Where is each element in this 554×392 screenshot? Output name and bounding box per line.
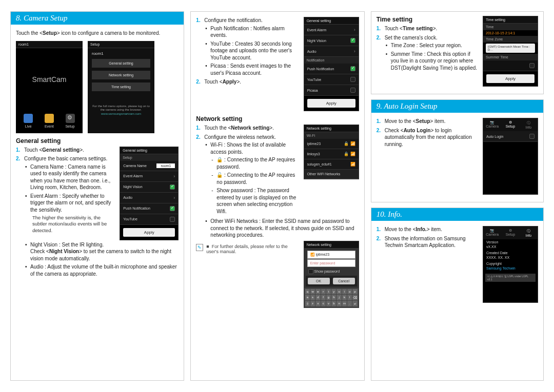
note-row: ✎ ■ For further details, please refer to… — [196, 244, 299, 254]
screenshot-general-setting: General setting Setup Camera Nameroom1 E… — [120, 147, 179, 240]
info-version-value: vX.XX — [483, 245, 538, 250]
screenshot-wifi-list: Network setting Wi-Fi iptime23🔒 📶 linksy… — [304, 125, 359, 179]
setup-item-network[interactable]: Network setting — [92, 71, 150, 79]
wifi-other-row[interactable]: Other WiFi Networks — [304, 170, 359, 179]
bullet-other-wifi: Other WiFi Networks : Enter the SSID nam… — [204, 218, 359, 239]
network-setting-heading: Network setting — [196, 115, 359, 122]
notif-audio-row[interactable]: Audio› — [304, 46, 359, 57]
notif-youtube-row[interactable]: YouTube — [304, 74, 359, 85]
column-1: 8. Camera Setup Touch the <Setup> icon t… — [10, 11, 184, 381]
apply-button[interactable]: Apply — [123, 228, 175, 237]
summer-checkbox[interactable] — [529, 63, 535, 68]
notif-push-row[interactable]: Push Notification — [304, 64, 359, 74]
apply-button[interactable]: Apply — [486, 74, 535, 83]
ssid-field[interactable]: 📶 iptime23 — [307, 251, 355, 259]
tab-setup[interactable]: ⚙Setup — [501, 226, 519, 239]
tab-info[interactable]: ⓘInfo — [520, 118, 538, 131]
auto-login-row[interactable]: Auto Login — [483, 131, 538, 142]
column-3: Time setting Touch <Time setting>. Set t… — [371, 11, 544, 381]
tab-camera[interactable]: 📷Camera — [483, 118, 501, 131]
tab-info[interactable]: ⓘInfo — [520, 226, 538, 239]
notif-event-alarm-row[interactable]: Event Alarm› — [304, 25, 359, 35]
info-created-value: XXXX. XX. XX — [483, 256, 538, 261]
gs-audio-row[interactable]: Audio› — [120, 193, 178, 203]
screenshot-setup-menu: Setup room1 General setting Network sett… — [88, 41, 154, 133]
checkbox-on-icon[interactable] — [350, 38, 355, 43]
general-step-2: Configure the basic camera settings. Cam… — [16, 155, 115, 234]
section-10-title: 10. Info. — [371, 208, 543, 221]
bullet-summer: Summer Time : Check this option if you l… — [385, 51, 479, 72]
notif-picasa-row[interactable]: Picasa — [304, 85, 359, 96]
checkbox-off-icon[interactable] — [350, 77, 355, 82]
general-step-1: Touch <General setting>. — [16, 147, 115, 154]
bullet-push: Push Notification : Notifies alarm event… — [204, 25, 299, 39]
ok-button[interactable]: OK — [308, 278, 330, 284]
info-created-label: Created Date — [483, 250, 538, 256]
gs-push-row[interactable]: Push Notification — [120, 203, 178, 214]
show-password-checkbox[interactable] — [308, 269, 313, 274]
section-8-intro: Touch the <Setup> icon to configure a ca… — [16, 30, 179, 37]
camera-icon — [24, 114, 33, 123]
info-step-2: Shows the information on Samsung Techwin… — [377, 235, 479, 249]
checkbox-off-icon[interactable] — [350, 88, 355, 93]
tab-setup[interactable]: ⚙Setup — [501, 118, 519, 131]
ts-tz-label: Time Zone — [483, 36, 538, 43]
screenshot-auto-login: 📷Camera ⚙Setup ⓘInfo Auto Login — [483, 118, 538, 195]
home-room-label: room1 — [16, 41, 83, 48]
manual-page: 8. Camera Setup Touch the <Setup> icon t… — [0, 0, 554, 392]
screenshot-time-setting: Time setting Time 2012-10-15 2:14:1 Time… — [483, 16, 538, 87]
gs-header: General setting — [120, 147, 178, 154]
bullet-wifi: Wi-Fi : Shows the list of available acce… — [204, 141, 299, 215]
ts-header: Time setting — [483, 16, 538, 24]
wifi-header: Network setting — [304, 125, 359, 132]
time-setting-heading: Time setting — [377, 16, 479, 23]
note-icon: ✎ — [196, 244, 203, 251]
keyboard[interactable]: qwertyuiop asdfghjkl⌫ ⇧zxcvbnm.↵ — [304, 288, 359, 307]
gs-event-alarm-row[interactable]: Event Alarm› — [120, 171, 178, 182]
time-setting-box: Time setting Touch <Time setting>. Set t… — [371, 11, 544, 94]
home-tab-live[interactable]: Live — [24, 114, 33, 128]
info-footer: 이 소프트웨어 및 LGPL under LGPL v2.1 — [485, 274, 536, 282]
cancel-button[interactable]: Cancel — [333, 278, 355, 284]
column-2: Configure the notification. Push Notific… — [190, 11, 364, 381]
apply-button[interactable]: Apply — [307, 99, 355, 108]
time-step-2: Set the camera's clock. Time Zone : Sele… — [377, 34, 479, 72]
timezone-select[interactable]: (GMT) Greenwich Mean Time : D… — [486, 44, 535, 53]
checkbox-on-icon[interactable] — [170, 206, 175, 211]
gs-night-vision-row[interactable]: Night Vision — [120, 182, 178, 193]
section-9-title: 9. Auto Login Setup — [371, 100, 543, 113]
ts-time-label: Time — [483, 24, 538, 30]
setup-item-time[interactable]: Time setting — [92, 82, 150, 91]
checkbox-on-icon[interactable] — [350, 66, 355, 71]
bullet-youtube: YouTube : Creates 30 seconds long footag… — [204, 40, 299, 61]
screenshot-notification: General setting Event Alarm› Night Visio… — [304, 17, 359, 111]
screenshot-info: 📷Camera ⚙Setup ⓘInfo Version vX.XX Creat… — [483, 226, 538, 303]
checkbox-off-icon[interactable] — [170, 217, 175, 222]
password-field[interactable]: Enter password — [307, 259, 355, 267]
gs-youtube-row[interactable]: YouTube — [120, 214, 178, 225]
wifi-ap-2[interactable]: solugen_edu#1📶 — [304, 159, 359, 170]
setup-note: For the full menu options, please log on… — [88, 105, 154, 116]
bullet-audio: Audio : Adjust the volume of the built-i… — [24, 263, 179, 277]
wifi-ap-1[interactable]: linksys3🔒 📶 — [304, 149, 359, 159]
gs-camera-name-row[interactable]: Camera Nameroom1 — [120, 161, 178, 171]
time-step-1: Touch <Time setting>. — [377, 25, 479, 32]
section-8-title: 8. Camera Setup — [11, 12, 184, 25]
setup-item-general[interactable]: General setting — [92, 59, 150, 68]
dash-open: 🔓 : Connecting to the AP requires no pas… — [210, 172, 299, 185]
wifi-ap-0[interactable]: iptime23🔒 📶 — [304, 139, 359, 149]
smartcam-logo: SmartCam — [16, 48, 83, 111]
checkbox-off-icon[interactable] — [529, 134, 535, 139]
checkbox-on-icon[interactable] — [170, 184, 175, 190]
auto-step-1: Move to the <Setup> item. — [377, 118, 479, 125]
notif-night-vision-row[interactable]: Night Vision — [304, 35, 359, 46]
tab-camera[interactable]: 📷Camera — [483, 226, 501, 239]
auto-step-2: Check <Auto Login> to login automaticall… — [377, 127, 479, 148]
notif-section-label: Notification — [304, 57, 359, 64]
info-box: 10. Info. Move to the <Info.> item. Show… — [371, 208, 544, 381]
home-tab-setup[interactable]: Setup — [65, 114, 74, 128]
notif-step-3: Configure the notification. Push Notific… — [196, 17, 299, 76]
gear-icon — [66, 114, 75, 123]
home-tab-event[interactable]: Event — [45, 114, 54, 128]
info-version-label: Version — [483, 239, 538, 245]
